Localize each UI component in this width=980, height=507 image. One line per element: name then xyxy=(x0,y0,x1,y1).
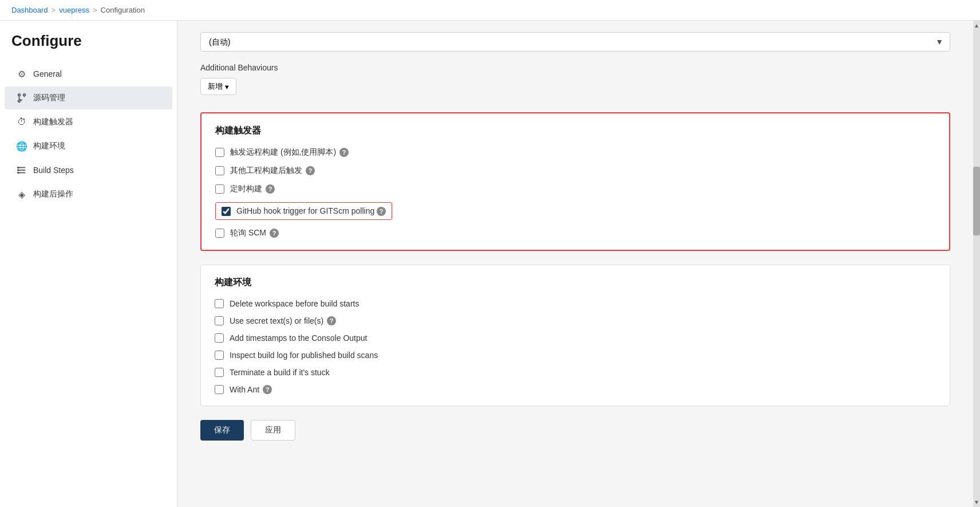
checkbox-terminate-stuck-label: Terminate a build if it's stuck xyxy=(230,368,330,377)
checkbox-row-delete-workspace: Delete workspace before build starts xyxy=(215,299,936,308)
breadcrumb-vuepress[interactable]: vuepress xyxy=(59,6,89,14)
checkbox-timed-build[interactable] xyxy=(215,184,224,194)
sidebar-item-source-management[interactable]: 源码管理 xyxy=(5,87,172,109)
checkbox-row-other-build: 其他工程构建后触发 ? xyxy=(215,166,935,176)
checkbox-timed-build-label: 定时构建 ? xyxy=(230,184,275,194)
checkbox-row-poll-scm: 轮询 SCM ? xyxy=(215,228,935,238)
scroll-down-arrow[interactable]: ▼ xyxy=(973,497,980,507)
checkbox-other-build-label: 其他工程构建后触发 ? xyxy=(230,166,315,176)
scroll-up-arrow[interactable]: ▲ xyxy=(973,21,980,30)
checkbox-secret-text-label: Use secret text(s) or file(s) ? xyxy=(230,316,336,325)
checkbox-terminate-stuck[interactable] xyxy=(215,368,224,377)
sidebar-item-post-build[interactable]: ◈ 构建后操作 xyxy=(5,183,172,206)
sidebar-item-label: 构建后操作 xyxy=(33,189,73,199)
breadcrumb-sep-2: > xyxy=(93,6,97,14)
scroll-thumb[interactable] xyxy=(973,167,980,235)
help-icon[interactable]: ? xyxy=(270,229,279,238)
help-icon[interactable]: ? xyxy=(266,184,275,194)
help-icon[interactable]: ? xyxy=(306,166,315,175)
checkbox-with-ant-label: With Ant ? xyxy=(230,385,272,394)
help-icon[interactable]: ? xyxy=(327,316,336,325)
sidebar: Configure ⚙ General 源码管理 ⏱ 构建触发器 🌐 xyxy=(0,21,177,507)
clock-icon: ⏱ xyxy=(16,116,27,128)
sidebar-item-label: 构建触发器 xyxy=(33,117,73,127)
new-button[interactable]: 新增 ▾ xyxy=(200,78,236,95)
build-trigger-title: 构建触发器 xyxy=(215,125,935,137)
checkbox-github-hook[interactable] xyxy=(222,207,231,216)
footer-buttons: 保存 应用 xyxy=(200,420,950,452)
breadcrumb: Dashboard > vuepress > Configuration xyxy=(0,0,980,21)
checkbox-row-secret-text: Use secret text(s) or file(s) ? xyxy=(215,316,936,325)
help-icon[interactable]: ? xyxy=(339,148,349,157)
checkbox-remote-build[interactable] xyxy=(215,148,224,157)
svg-point-0 xyxy=(18,94,21,96)
checkbox-other-build[interactable] xyxy=(215,166,224,175)
checkbox-timestamps-label: Add timestamps to the Console Output xyxy=(230,333,367,343)
checkbox-inspect-log-label: Inspect build log for published build sc… xyxy=(230,351,378,360)
sidebar-item-general[interactable]: ⚙ General xyxy=(5,62,172,85)
help-icon[interactable]: ? xyxy=(263,385,272,394)
sidebar-item-label: 构建环境 xyxy=(33,141,65,151)
svg-point-2 xyxy=(18,100,21,103)
checkbox-row-timed-build: 定时构建 ? xyxy=(215,184,935,194)
sidebar-title: Configure xyxy=(0,32,177,61)
checkbox-delete-workspace[interactable] xyxy=(215,299,224,308)
sidebar-item-build-steps[interactable]: Build Steps xyxy=(5,159,172,182)
svg-point-1 xyxy=(23,94,26,96)
svg-point-6 xyxy=(18,167,19,168)
checkbox-delete-workspace-label: Delete workspace before build starts xyxy=(230,299,359,308)
github-hook-row: GitHub hook trigger for GITScm polling ? xyxy=(215,202,392,220)
sidebar-item-build-env[interactable]: 🌐 构建环境 xyxy=(5,135,172,158)
checkbox-row-remote-build: 触发远程构建 (例如,使用脚本) ? xyxy=(215,147,935,158)
checkbox-row-with-ant: With Ant ? xyxy=(215,385,936,394)
dropdown-arrow-icon: ▾ xyxy=(225,82,229,91)
fork-icon xyxy=(16,92,27,104)
auto-select[interactable]: (自动) xyxy=(200,32,950,52)
cube-icon: ◈ xyxy=(16,188,27,200)
new-button-label: 新增 xyxy=(208,81,223,92)
additional-behaviours-label: Additional Behaviours xyxy=(200,63,950,72)
sidebar-item-label: General xyxy=(33,69,62,78)
build-env-section: 构建环境 Delete workspace before build start… xyxy=(200,265,950,406)
sidebar-item-label: Build Steps xyxy=(33,166,74,175)
checkbox-secret-text[interactable] xyxy=(215,316,224,325)
build-trigger-section: 构建触发器 触发远程构建 (例如,使用脚本) ? 其他工程构建后触发 ? xyxy=(200,112,950,251)
help-icon[interactable]: ? xyxy=(377,207,386,216)
checkbox-with-ant[interactable] xyxy=(215,385,224,394)
checkbox-row-inspect-log: Inspect build log for published build sc… xyxy=(215,351,936,360)
save-button[interactable]: 保存 xyxy=(200,420,244,441)
scrollbar[interactable]: ▲ ▼ xyxy=(973,21,980,507)
checkbox-remote-build-label: 触发远程构建 (例如,使用脚本) ? xyxy=(230,147,349,158)
content-area: (自动) ▼ Additional Behaviours 新增 ▾ 构建触发器 … xyxy=(177,21,973,507)
breadcrumb-current: Configuration xyxy=(101,6,145,14)
breadcrumb-dashboard[interactable]: Dashboard xyxy=(11,6,48,14)
auto-select-wrapper: (自动) ▼ xyxy=(200,32,950,52)
svg-point-8 xyxy=(18,172,19,174)
gear-icon: ⚙ xyxy=(16,68,27,80)
checkbox-row-terminate-stuck: Terminate a build if it's stuck xyxy=(215,368,936,377)
checkbox-timestamps[interactable] xyxy=(215,333,224,343)
checkbox-row-timestamps: Add timestamps to the Console Output xyxy=(215,333,936,343)
checkbox-github-hook-label: GitHub hook trigger for GITScm polling ? xyxy=(236,206,386,216)
breadcrumb-sep-1: > xyxy=(52,6,56,14)
list-icon xyxy=(16,164,27,176)
svg-point-7 xyxy=(18,170,19,171)
globe-icon: 🌐 xyxy=(16,140,27,152)
checkbox-inspect-log[interactable] xyxy=(215,351,224,360)
apply-button[interactable]: 应用 xyxy=(251,420,295,441)
build-env-title: 构建环境 xyxy=(215,277,936,289)
checkbox-poll-scm-label: 轮询 SCM ? xyxy=(230,228,279,238)
sidebar-item-label: 源码管理 xyxy=(33,93,65,103)
checkbox-poll-scm[interactable] xyxy=(215,229,224,238)
sidebar-item-build-trigger[interactable]: ⏱ 构建触发器 xyxy=(5,111,172,133)
